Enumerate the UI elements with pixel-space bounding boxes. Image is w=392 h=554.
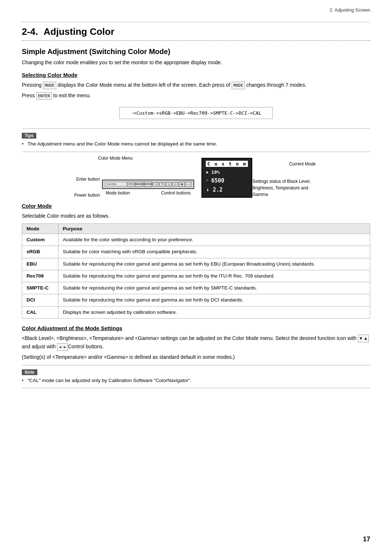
table-row: Rec709Suitable for reproducing the color… xyxy=(22,270,370,282)
page-number: 17 xyxy=(363,535,370,543)
selecting-color-mode-heading: Selecting Color Mode xyxy=(22,72,370,78)
power-button-label-top: Power button xyxy=(74,193,100,198)
simple-adjustment-intro: Changing the color mode enables you to s… xyxy=(22,59,370,65)
selecting-color-mode-text2: Press ENTER to exit the menu. xyxy=(22,91,370,100)
mode-values-display: ▲ 10% ☼ 6500 🌡 2.2 xyxy=(206,168,248,195)
top-divider xyxy=(22,22,370,22)
table-cell-mode: SMPTE-C xyxy=(22,282,58,294)
left-arr-btn: ◁ xyxy=(153,182,159,186)
brightness-val: 6500 xyxy=(211,176,224,186)
table-cell-mode: CAL xyxy=(22,306,58,318)
table-row: EBUSuitable for reproducing the color ga… xyxy=(22,258,370,270)
table-cell-mode: EBU xyxy=(22,258,58,270)
mode-btn-diag: MODE xyxy=(135,182,143,187)
monitor-body: CH/OK STU MODE ENTER xyxy=(102,180,194,189)
settings-status-label: Settings status of Black Level, Brightne… xyxy=(252,178,318,198)
table-row: CALDisplays the screen adjusted by calib… xyxy=(22,306,370,318)
table-cell-purpose: Available for the color settings accordi… xyxy=(58,234,370,246)
power-btn-diag[interactable]: ⏻ xyxy=(179,182,185,187)
table-cell-purpose: Suitable for reproducing the color gamut… xyxy=(58,294,370,306)
down-arr-btn: ▽ xyxy=(159,182,165,186)
table-cell-purpose: Suitable for reproducing the color gamut… xyxy=(58,270,370,282)
down-up-btns: ▼ ▲ xyxy=(358,335,369,342)
color-mode-intro: Selectable Color modes are as follows. xyxy=(22,212,370,220)
table-row: CustomAvailable for the color settings a… xyxy=(22,234,370,246)
lr-btns: ◄ ► xyxy=(57,343,68,351)
mode-btn-inline2: MODE xyxy=(232,82,245,90)
table-cell-purpose: Displays the screen adjusted by calibrat… xyxy=(58,306,370,318)
selecting-color-mode-text1: Pressing MODE displays the Color Mode me… xyxy=(22,81,370,89)
note-box: Note "CAL" mode can be adjusted only by … xyxy=(22,369,370,385)
tips-content: The Adjustment menu and the Color Mode m… xyxy=(22,140,370,148)
color-adjustment-text: <Black Level>, <Brightness>, <Temperatur… xyxy=(22,334,370,351)
table-cell-purpose: Suitable for color matching with sRGB co… xyxy=(58,246,370,258)
color-adjustment-heading: Color Adjustment of the Mode Settings xyxy=(22,325,370,331)
table-row: SMPTE-CSuitable for reproducing the colo… xyxy=(22,282,370,294)
chapter-reference: 2. Adjusting Screen xyxy=(330,7,370,13)
note-content: "CAL" mode can be adjusted only by Calib… xyxy=(22,377,370,385)
note-top-divider xyxy=(22,365,370,365)
color-adjustment-note2: (Setting(s) of <Temperature> and/or <Gam… xyxy=(22,353,370,361)
note-label: Note xyxy=(22,369,37,375)
mode-btn-inline: MODE xyxy=(43,82,56,90)
color-mode-table: Mode Purpose CustomAvailable for the col… xyxy=(22,223,370,319)
diagram-right-labels: Settings status of Black Level, Brightne… xyxy=(252,178,318,198)
tips-bottom-divider xyxy=(22,152,370,152)
mode-sequence-wrapper: ->Custom->sRGB->EBU->Rec709->SMPTE-C->DC… xyxy=(22,103,370,123)
stu-btn: STU xyxy=(127,182,135,187)
color-mode-menu-label: Color Mode Menu xyxy=(98,156,132,161)
tips-box: Tips The Adjustment menu and the Color M… xyxy=(22,132,370,148)
tips-label: Tips xyxy=(22,133,36,139)
table-header-mode: Mode xyxy=(22,224,58,234)
enter-btn-diag: ENTER xyxy=(144,182,152,187)
table-header-purpose: Purpose xyxy=(58,224,370,234)
table-cell-purpose: Suitable for reproducing the color gamut… xyxy=(58,282,370,294)
table-cell-mode: DCI xyxy=(22,294,58,306)
gamma-val: 2.2 xyxy=(213,185,222,195)
diagram-area: Color Mode Menu [EX.]Custom Current Mode… xyxy=(22,156,370,198)
enter-button-label-top: Enter button xyxy=(76,177,100,182)
table-cell-purpose: Suitable for reproducing the color gamut… xyxy=(58,258,370,270)
color-mode-display: C u s t o m ▲ 10% ☼ 6500 🌡 xyxy=(201,158,252,198)
enter-btn-inline: ENTER xyxy=(36,92,52,100)
black-val: 10% xyxy=(211,168,220,176)
table-cell-mode: sRGB xyxy=(22,246,58,258)
kelvin-icon: 🌡 xyxy=(206,187,210,194)
current-mode-label: Current Mode xyxy=(289,161,316,167)
brightness-icon: ☼ xyxy=(206,177,208,184)
table-cell-mode: Rec709 xyxy=(22,270,58,282)
table-cell-mode: Custom xyxy=(22,234,58,246)
section-title: 2-4. Adjusting Color xyxy=(22,26,370,37)
table-row: DCISuitable for reproducing the color ga… xyxy=(22,294,370,306)
mode-sequence-box: ->Custom->sRGB->EBU->Rec709->SMPTE-C->DC… xyxy=(119,107,273,119)
tips-top-divider xyxy=(22,128,370,129)
section-dotted-divider xyxy=(22,40,370,41)
black-icon: ▲ xyxy=(206,169,208,176)
table-row: sRGBSuitable for color matching with sRG… xyxy=(22,246,370,258)
tips-item-1: The Adjustment menu and the Color Mode m… xyxy=(22,140,370,148)
extra-btn: — xyxy=(185,182,191,187)
note-bottom-divider xyxy=(22,388,370,388)
mode-name-display: C u s t o m xyxy=(206,161,248,167)
up-arr-btn: △ xyxy=(166,182,172,186)
note-item-1: "CAL" mode can be adjusted only by Calib… xyxy=(22,377,370,385)
control-buttons-label-below: Control buttons xyxy=(161,190,191,196)
simple-adjustment-title: Simple Adjustment (Switching Color Mode) xyxy=(22,48,370,56)
mode-button-label-below: Mode button xyxy=(106,190,130,196)
color-mode-heading: Color Mode xyxy=(22,203,370,209)
page-container: 2. Adjusting Screen 2-4. Adjusting Color… xyxy=(0,0,392,554)
right-arr-btn: ▷ xyxy=(172,182,178,186)
